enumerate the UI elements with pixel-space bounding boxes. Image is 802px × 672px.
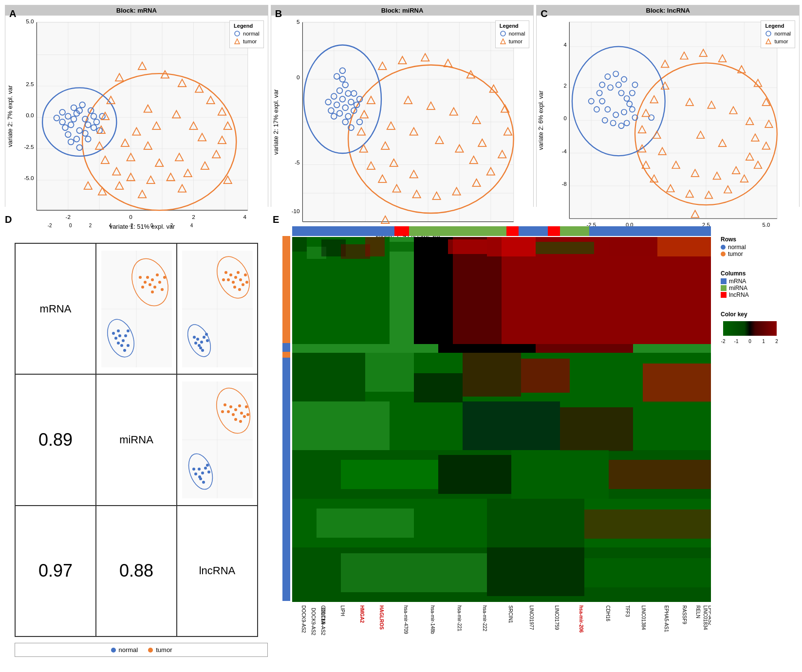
svg-text:0: 0 xyxy=(748,339,751,344)
normal-circle-icon xyxy=(765,30,772,37)
svg-rect-375 xyxy=(292,353,365,401)
svg-rect-365 xyxy=(390,242,414,252)
scatter-mrna-mirna-icon xyxy=(101,251,172,367)
correlation-mirna-lncrna: 0.88 xyxy=(119,561,153,581)
svg-point-332 xyxy=(232,413,235,416)
panel-c-legend-title: Legend xyxy=(765,23,791,29)
svg-point-333 xyxy=(238,404,241,407)
svg-point-322 xyxy=(201,349,204,352)
svg-marker-178 xyxy=(501,39,505,44)
svg-text:LPP-AS2: LPP-AS2 xyxy=(708,605,711,626)
panel-c-label: C xyxy=(541,8,547,19)
panel-c-legend-normal: normal xyxy=(765,30,791,37)
svg-point-306 xyxy=(239,278,242,281)
panel-e: E xyxy=(273,214,800,657)
svg-text:5: 5 xyxy=(297,18,300,25)
cols-mrna-label: mRNA xyxy=(729,278,746,285)
svg-text:4: 4 xyxy=(564,42,567,48)
svg-rect-376 xyxy=(365,353,414,392)
svg-point-317 xyxy=(198,344,201,347)
panel-b-legend: Legend normal tumor xyxy=(495,20,530,48)
svg-text:EPHA5-AS1: EPHA5-AS1 xyxy=(664,605,669,632)
svg-text:0: 0 xyxy=(297,74,300,80)
cols-legend: Columns mRNA miRNA lncRNA xyxy=(721,270,779,298)
svg-text:5.0: 5.0 xyxy=(26,18,34,24)
svg-text:hsa-mir-222: hsa-mir-222 xyxy=(482,605,487,632)
svg-point-307 xyxy=(227,278,230,281)
svg-rect-364 xyxy=(365,237,385,256)
tumor-triangle-icon xyxy=(234,38,241,45)
rows-normal-label: normal xyxy=(728,244,746,251)
svg-rect-378 xyxy=(463,353,521,397)
svg-point-275 xyxy=(151,278,154,281)
svg-text:2: 2 xyxy=(564,83,567,89)
mirna-label: miRNA xyxy=(119,434,153,446)
svg-text:-5.0: -5.0 xyxy=(24,175,34,181)
svg-rect-395 xyxy=(584,509,711,539)
cols-mirna-rect xyxy=(721,285,727,291)
x-axis-labels: DOCK9-AS2 DOCK9-AS2 DOCK9-AS2 GOLT1A xyxy=(292,603,711,671)
svg-point-341 xyxy=(221,410,224,413)
svg-point-282 xyxy=(141,286,144,289)
svg-rect-399 xyxy=(584,558,711,587)
svg-point-304 xyxy=(232,281,235,284)
panel-c-scatter: -2.5 0.0 2.5 5.0 4 2 0 -4 -8 variate 1: … xyxy=(537,16,799,236)
mrna-label: mRNA xyxy=(40,303,72,315)
svg-point-323 xyxy=(193,336,196,339)
svg-point-314 xyxy=(245,281,248,284)
svg-point-305 xyxy=(237,271,240,274)
svg-point-319 xyxy=(194,342,197,345)
svg-text:RASSF9: RASSF9 xyxy=(682,605,687,624)
svg-point-281 xyxy=(151,291,154,293)
normal-dot-icon xyxy=(111,647,116,653)
cols-lncrna-label: lncRNA xyxy=(729,291,749,298)
panel-b-label: B xyxy=(275,8,282,19)
panel-a-body: -2 0 2 4 5.0 2.5 0.0 -2.5 -5.0 variate 1… xyxy=(5,16,268,234)
svg-point-313 xyxy=(222,278,225,281)
color-key-title: Color key xyxy=(721,311,779,318)
svg-point-352 xyxy=(207,471,210,473)
panel-c-legend-tumor: tumor xyxy=(765,38,791,45)
svg-point-324 xyxy=(206,339,209,342)
heatmap-container: DOCK9-AS2 DOCK9-AS2 DOCK9-AS2 GOLT1A xyxy=(282,226,800,671)
svg-point-308 xyxy=(242,283,244,286)
svg-point-283 xyxy=(161,288,164,291)
d-cell-mirna-lncrna: 4 2 0 -2 -4 xyxy=(177,374,258,505)
svg-rect-368 xyxy=(536,242,594,254)
svg-text:DOCK9-AS2: DOCK9-AS2 xyxy=(311,608,316,636)
svg-point-318 xyxy=(203,336,205,339)
svg-rect-360 xyxy=(292,237,307,252)
svg-rect-379 xyxy=(521,359,570,393)
panel-a-legend: Legend normal tumor xyxy=(229,20,264,48)
panel-c: C Block: lncRNA -2.5 0.0 2.5 5.0 xyxy=(536,5,800,207)
d-cell-corr-mrna-lncrna: 0.97 xyxy=(15,506,96,636)
panel-b-legend-normal: normal xyxy=(500,30,525,37)
svg-point-284 xyxy=(163,276,166,279)
d-cell-mrna-mirna xyxy=(96,243,177,374)
cols-mirna-item: miRNA xyxy=(721,285,779,291)
cols-legend-title: Columns xyxy=(721,270,779,277)
svg-rect-384 xyxy=(463,401,560,450)
svg-rect-383 xyxy=(390,412,463,451)
svg-point-310 xyxy=(233,286,236,289)
svg-text:LINC01384: LINC01384 xyxy=(641,605,646,630)
svg-rect-397 xyxy=(341,553,487,592)
svg-point-353 xyxy=(111,648,116,653)
heatmap-svg-col: DOCK9-AS2 DOCK9-AS2 DOCK9-AS2 GOLT1A xyxy=(292,226,711,671)
svg-rect-366 xyxy=(448,239,487,254)
svg-point-267 xyxy=(766,31,771,36)
svg-text:0: 0 xyxy=(564,115,567,121)
panel-c-legend: Legend normal tumor xyxy=(761,20,795,48)
panel-c-body: -2.5 0.0 2.5 5.0 4 2 0 -4 -8 variate 1: … xyxy=(537,16,799,236)
svg-text:variate 2: 6% expl. var: variate 2: 6% expl. var xyxy=(538,91,545,150)
svg-rect-382 xyxy=(292,401,390,450)
svg-text:variate 2: 7% expl. var: variate 2: 7% expl. var xyxy=(6,85,14,147)
svg-rect-357 xyxy=(414,237,453,344)
svg-point-91 xyxy=(235,31,240,36)
rows-normal-item: normal xyxy=(721,244,779,251)
svg-point-320 xyxy=(205,333,208,336)
panel-e-label: E xyxy=(273,214,279,225)
svg-point-280 xyxy=(158,281,161,284)
svg-point-335 xyxy=(227,410,230,413)
svg-text:hsa-mir-148b: hsa-mir-148b xyxy=(430,605,435,634)
